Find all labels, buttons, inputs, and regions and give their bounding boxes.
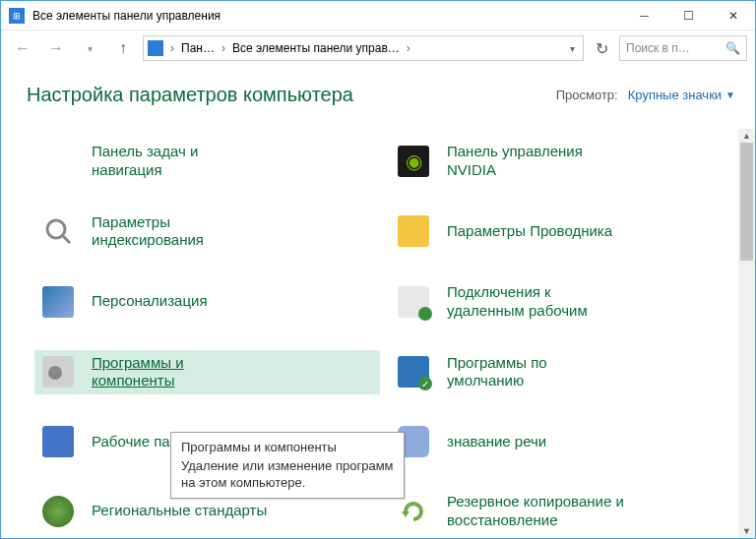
work-folders-icon <box>40 424 76 459</box>
programs-icon <box>40 354 76 389</box>
up-button[interactable]: ↑ <box>109 34 137 62</box>
item-label: Программы поумолчанию <box>447 354 547 391</box>
item-explorer-options[interactable]: Параметры Проводника <box>390 210 735 255</box>
item-label: Резервное копирование ивосстановление <box>447 493 624 530</box>
chevron-down-icon: ▼ <box>725 90 735 100</box>
item-label: Региональные стандарты <box>92 502 267 520</box>
item-remote-desktop[interactable]: Подключения кудаленным рабочим <box>390 279 735 325</box>
item-label: Параметры Проводника <box>447 222 612 241</box>
search-input[interactable]: Поиск в п… 🔍 <box>619 35 747 61</box>
item-label: Персонализация <box>92 292 208 311</box>
personalization-icon <box>40 284 76 320</box>
svg-marker-2 <box>402 511 410 517</box>
tooltip: Программы и компоненты Удаление или изме… <box>170 432 405 499</box>
item-taskbar-nav[interactable]: Панель задач инавигация <box>34 139 380 184</box>
item-personalization[interactable]: Персонализация <box>34 279 380 325</box>
item-speech-recognition[interactable]: знавание речи <box>390 420 735 463</box>
address-dropdown-button[interactable]: ▾ <box>566 43 579 54</box>
address-bar[interactable]: › Пан… › Все элементы панели управ… › ▾ <box>143 35 584 61</box>
item-label: Рабочие па <box>92 433 170 451</box>
item-nvidia-panel[interactable]: ◉ Панель управленияNVIDIA <box>390 139 735 184</box>
minimize-button[interactable]: ─ <box>622 1 666 30</box>
search-icon: 🔍 <box>725 41 740 55</box>
item-label: Программы икомпоненты <box>92 354 184 391</box>
forward-button[interactable]: → <box>42 34 70 62</box>
svg-point-0 <box>47 220 65 238</box>
window-titlebar: ⊞ Все элементы панели управления ─ ☐ ✕ <box>1 1 755 30</box>
back-button[interactable]: ← <box>9 34 36 62</box>
search-placeholder: Поиск в п… <box>626 41 690 55</box>
breadcrumb-segment[interactable]: Пан… <box>181 41 215 55</box>
view-selector[interactable]: Крупные значки ▼ <box>628 88 735 102</box>
item-label: Панель задач инавигация <box>92 143 198 180</box>
svg-line-1 <box>63 236 70 243</box>
item-programs-features[interactable]: Программы икомпоненты <box>34 350 380 395</box>
close-button[interactable]: ✕ <box>711 1 755 30</box>
taskbar-icon <box>40 144 76 179</box>
breadcrumb-segment[interactable]: Все элементы панели управ… <box>232 41 400 55</box>
chevron-right-icon[interactable]: › <box>404 41 413 55</box>
indexing-icon <box>40 213 76 249</box>
item-label: Подключения кудаленным рабочим <box>447 283 588 321</box>
refresh-button[interactable]: ↻ <box>590 36 613 60</box>
default-programs-icon: ✓ <box>396 354 431 389</box>
view-value: Крупные значки <box>628 88 722 102</box>
location-icon <box>148 40 163 56</box>
item-label: Параметрыиндексирования <box>92 213 204 251</box>
navigation-bar: ← → ▾ ↑ › Пан… › Все элементы панели упр… <box>1 30 755 66</box>
control-panel-icon: ⊞ <box>9 8 25 24</box>
item-label: Панель управленияNVIDIA <box>447 143 583 180</box>
content-header: Настройка параметров компьютера Просмотр… <box>1 66 755 118</box>
chevron-right-icon[interactable]: › <box>167 41 177 55</box>
tooltip-body: Удаление или изменение программна этом к… <box>181 457 394 492</box>
view-label: Просмотр: <box>556 88 618 102</box>
maximize-button[interactable]: ☐ <box>666 1 711 30</box>
vertical-scrollbar[interactable]: ▲ ▼ <box>738 129 755 538</box>
page-title: Настройка параметров компьютера <box>27 84 556 106</box>
window-title: Все элементы панели управления <box>32 9 622 23</box>
item-default-programs[interactable]: ✓ Программы поумолчанию <box>390 350 735 395</box>
remote-desktop-icon <box>396 284 431 320</box>
tooltip-title: Программы и компоненты <box>181 439 394 456</box>
item-indexing-options[interactable]: Параметрыиндексирования <box>34 210 380 255</box>
scroll-up-button[interactable]: ▲ <box>738 129 755 143</box>
recent-locations-button[interactable]: ▾ <box>76 34 103 62</box>
backup-icon <box>396 494 431 529</box>
chevron-right-icon[interactable]: › <box>219 41 228 55</box>
item-backup-restore[interactable]: Резервное копирование ивосстановление <box>390 489 735 534</box>
nvidia-icon: ◉ <box>396 144 431 179</box>
item-label: знавание речи <box>447 433 546 451</box>
globe-icon <box>40 494 76 529</box>
scroll-thumb[interactable] <box>740 143 753 261</box>
scroll-down-button[interactable]: ▼ <box>738 524 755 538</box>
folder-options-icon <box>396 213 431 249</box>
window-buttons: ─ ☐ ✕ <box>622 1 755 30</box>
